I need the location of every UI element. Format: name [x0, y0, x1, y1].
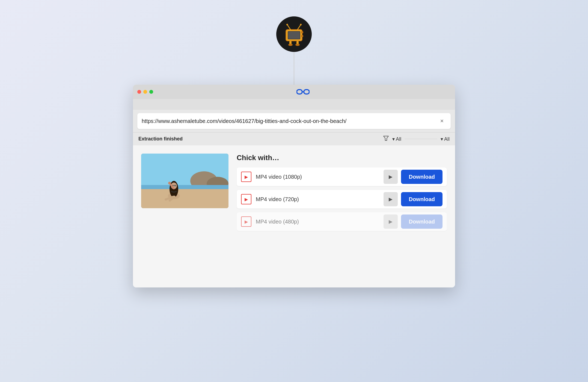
thumbnail-image: [141, 154, 228, 208]
play-icon-480p: ▶: [245, 219, 248, 224]
format-icon-1080p: ▶: [241, 172, 251, 182]
format-row-480p: ▶ MP4 video (480p) ▶ Download: [237, 212, 447, 231]
svg-marker-16: [384, 136, 388, 140]
filter-dropdown-1[interactable]: ▾ All: [392, 136, 401, 142]
svg-point-12: [295, 44, 300, 46]
content-area: Chick with… ▶ MP4 video (1080p) ▶ Downlo…: [133, 145, 455, 287]
url-bar: https://www.ashemaletube.com/videos/4616…: [137, 113, 451, 129]
close-button[interactable]: [137, 90, 141, 94]
svg-rect-13: [297, 90, 302, 94]
browser-window: https://www.ashemaletube.com/videos/4616…: [133, 85, 455, 287]
video-thumbnail: [141, 154, 228, 208]
preview-play-icon-480p: ▶: [389, 219, 393, 225]
svg-point-11: [288, 44, 293, 46]
download-button-480p[interactable]: Download: [401, 214, 443, 229]
app-icon: [276, 16, 312, 52]
filter-dropdown-2[interactable]: ▾ All: [441, 136, 450, 142]
app-icon-area: [276, 16, 312, 85]
format-row-1080p: ▶ MP4 video (1080p) ▶ Download: [237, 168, 447, 186]
play-icon-1080p: ▶: [245, 174, 248, 180]
filter-area: ▾ All ▾ All: [383, 135, 450, 143]
maximize-button[interactable]: [149, 90, 153, 94]
svg-point-32: [168, 182, 171, 184]
format-icon-720p: ▶: [241, 194, 251, 204]
download-button-1080p[interactable]: Download: [401, 170, 443, 184]
beach-scene-svg: [141, 154, 228, 208]
video-info: Chick with… ▶ MP4 video (1080p) ▶ Downlo…: [237, 154, 447, 231]
svg-line-3: [287, 25, 290, 30]
preview-button-480p[interactable]: ▶: [384, 214, 398, 229]
url-input[interactable]: https://www.ashemaletube.com/videos/4616…: [142, 118, 438, 124]
title-bar-center: [155, 87, 451, 96]
format-label-1080p: MP4 video (1080p): [256, 174, 384, 180]
video-title: Chick with…: [237, 154, 447, 162]
download-button-720p[interactable]: Download: [401, 192, 443, 206]
svg-rect-29: [174, 185, 176, 186]
filter-separator: [405, 139, 437, 139]
format-icon-480p: ▶: [241, 216, 251, 227]
svg-point-8: [301, 35, 303, 37]
title-bar: [133, 85, 455, 99]
preview-play-icon-720p: ▶: [389, 196, 393, 202]
url-bar-area: https://www.ashemaletube.com/videos/4616…: [133, 110, 455, 132]
connector-line: [294, 52, 294, 85]
url-clear-button[interactable]: ×: [438, 117, 446, 125]
play-icon-720p: ▶: [245, 197, 248, 202]
preview-play-icon-1080p: ▶: [389, 174, 393, 180]
format-row-720p: ▶ MP4 video (720p) ▶ Download: [237, 190, 447, 208]
svg-line-4: [298, 25, 301, 30]
tab-area: [133, 99, 455, 110]
svg-rect-20: [141, 186, 228, 208]
filter-icon: [383, 135, 389, 143]
svg-rect-21: [141, 185, 228, 189]
tv-robot-icon: [282, 22, 306, 46]
extraction-status: Extraction finished: [138, 136, 183, 142]
svg-point-6: [300, 24, 302, 25]
format-label-480p: MP4 video (480p): [256, 219, 384, 225]
preview-button-1080p[interactable]: ▶: [384, 170, 398, 184]
svg-point-7: [301, 31, 303, 33]
minimize-button[interactable]: [143, 90, 147, 94]
preview-button-720p[interactable]: ▶: [384, 192, 398, 206]
svg-rect-2: [288, 32, 300, 39]
video-result: Chick with… ▶ MP4 video (1080p) ▶ Downlo…: [141, 154, 447, 231]
svg-rect-14: [304, 90, 309, 94]
format-label-720p: MP4 video (720p): [256, 196, 384, 202]
svg-point-5: [286, 24, 288, 25]
status-bar: Extraction finished ▾ All ▾ All: [133, 132, 455, 145]
chain-link-icon: [296, 87, 310, 96]
